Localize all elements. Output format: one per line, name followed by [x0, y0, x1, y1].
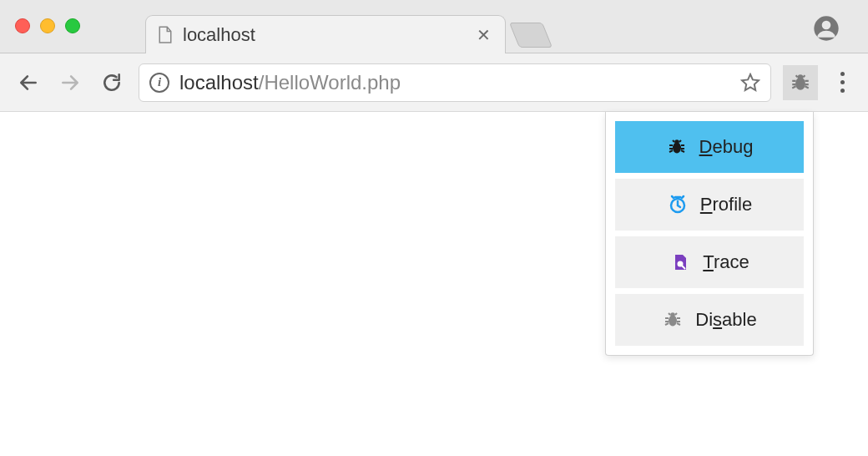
xdebug-extension-button[interactable] — [783, 65, 818, 100]
new-tab-button[interactable] — [509, 23, 553, 48]
dropdown-item-trace[interactable]: Trace — [615, 236, 804, 288]
dropdown-item-label: Profile — [700, 194, 752, 215]
dropdown-item-disable[interactable]: Disable — [615, 294, 804, 346]
forward-button[interactable] — [55, 68, 85, 98]
site-info-icon[interactable]: i — [149, 73, 169, 93]
browser-menu-button[interactable] — [830, 72, 855, 93]
dropdown-item-label: Debug — [699, 136, 754, 158]
url-host: localhost — [179, 71, 259, 94]
tab-strip: localhost ✕ — [145, 0, 548, 53]
url-text: localhost/HelloWorld.php — [179, 71, 730, 94]
svg-point-3 — [798, 74, 804, 80]
dropdown-item-label: Trace — [703, 251, 749, 273]
browser-titlebar: localhost ✕ — [0, 0, 868, 53]
trace-icon — [669, 251, 691, 273]
svg-point-5 — [674, 139, 679, 144]
bug-icon — [666, 136, 688, 158]
file-icon — [158, 26, 173, 44]
close-window-button[interactable] — [15, 18, 30, 33]
tab-title: localhost — [183, 24, 465, 46]
browser-toolbar: i localhost/HelloWorld.php — [0, 53, 868, 112]
url-path: /HelloWorld.php — [259, 71, 401, 94]
dropdown-item-label: Disable — [695, 309, 756, 331]
dropdown-item-profile[interactable]: Profile — [615, 179, 804, 231]
back-button[interactable] — [13, 68, 43, 98]
minimize-window-button[interactable] — [40, 18, 55, 33]
clock-icon — [667, 194, 689, 215]
bug-icon — [790, 72, 811, 94]
svg-point-9 — [671, 312, 676, 317]
xdebug-dropdown: Debug Profile Trace — [605, 112, 814, 356]
browser-tab[interactable]: localhost ✕ — [145, 15, 506, 53]
close-tab-icon[interactable]: ✕ — [475, 25, 492, 45]
bookmark-star-icon[interactable] — [740, 73, 760, 93]
reload-button[interactable] — [97, 68, 127, 98]
dropdown-item-debug[interactable]: Debug — [615, 121, 804, 173]
address-bar[interactable]: i localhost/HelloWorld.php — [139, 63, 771, 102]
maximize-window-button[interactable] — [65, 18, 80, 33]
svg-point-1 — [822, 21, 831, 30]
window-controls — [15, 18, 80, 33]
user-profile-icon[interactable] — [813, 15, 840, 42]
bug-disabled-icon — [662, 309, 684, 331]
